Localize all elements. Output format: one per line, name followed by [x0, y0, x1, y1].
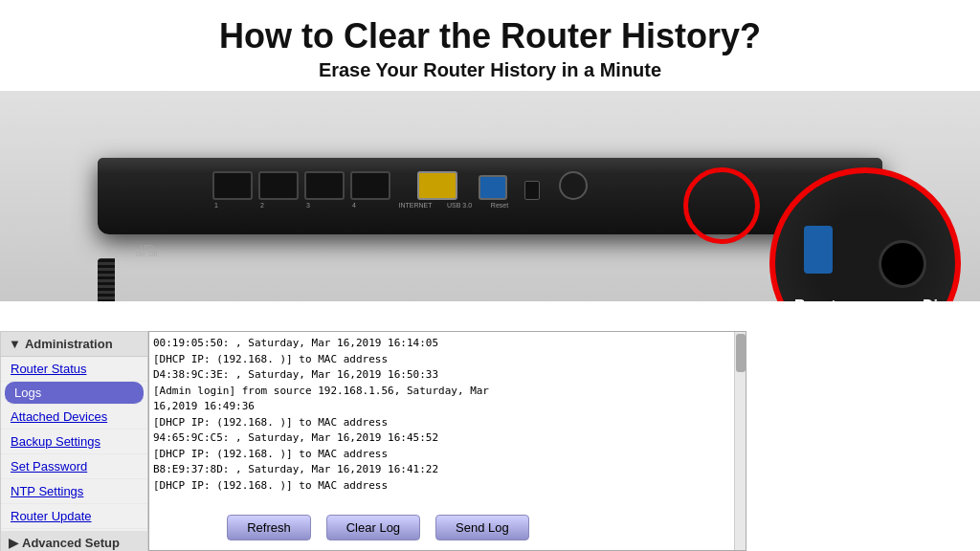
port-usb: [479, 175, 507, 200]
zoom-reset-label: Reset: [794, 298, 836, 301]
page-title: How to Clear the Router History?: [0, 17, 980, 55]
log-entry: [DHCP IP: (192.168. )] to MAC address: [153, 415, 742, 431]
action-buttons: Refresh Clear Log Send Log: [148, 509, 608, 546]
arrow-right-icon: ▶: [9, 536, 18, 550]
zoom-reset-hole: [879, 240, 926, 288]
sidebar-section-title: Administration: [25, 337, 113, 351]
sidebar-advanced-section[interactable]: ▶ Advanced Setup: [1, 531, 147, 551]
page-header: How to Clear the Router History? Erase Y…: [0, 0, 980, 91]
vent-left: [98, 258, 115, 301]
port-label-3: 3: [285, 202, 331, 209]
clear-log-button[interactable]: Clear Log: [326, 515, 420, 540]
port-3: [304, 171, 345, 200]
port-internet: [417, 171, 457, 200]
router-image-section: LEDOn Off 1 2 3 4: [0, 91, 980, 301]
router-ports: [212, 171, 588, 200]
led-area: LEDOn Off: [136, 244, 157, 257]
reset-highlight-circle: [683, 167, 760, 244]
admin-sidebar: ▼ Administration Router Status Logs Atta…: [0, 331, 148, 551]
send-log-button[interactable]: Send Log: [435, 515, 529, 540]
port-label-4: 4: [331, 202, 377, 209]
router-body: LEDOn Off 1 2 3 4: [98, 158, 882, 234]
refresh-button[interactable]: Refresh: [227, 515, 311, 540]
port-2: [258, 171, 299, 200]
scrollbar-thumb[interactable]: [736, 334, 746, 372]
reset-label: Reset: [477, 202, 523, 209]
power-button[interactable]: [559, 171, 588, 200]
internet-label: INTERNET: [392, 202, 438, 209]
reset-port: [524, 181, 540, 200]
sidebar-item-backup-settings[interactable]: Backup Settings: [1, 430, 147, 454]
log-entry: 16,2019 16:49:36: [153, 399, 742, 415]
log-entry: D4:38:9C:3E: , Saturday, Mar 16,2019 16:…: [153, 367, 742, 384]
port-label-1: 1: [193, 202, 239, 209]
zoom-di-label: Di: [923, 298, 938, 301]
log-entry: 00:19:05:50: , Saturday, Mar 16,2019 16:…: [153, 336, 742, 352]
advanced-label: Advanced Setup: [22, 536, 120, 550]
log-entries: 00:19:05:50: , Saturday, Mar 16,2019 16:…: [153, 336, 742, 494]
zoom-blue-port: [804, 226, 833, 274]
port-label-2: 2: [239, 202, 285, 209]
sidebar-header: ▼ Administration: [1, 332, 147, 357]
arrow-icon: ▼: [9, 337, 21, 351]
sidebar-item-set-password[interactable]: Set Password: [1, 454, 147, 479]
reset-zoom-circle: Reset Di: [769, 167, 961, 301]
page-subtitle: Erase Your Router History in a Minute: [0, 59, 980, 81]
port-4: [350, 171, 390, 200]
sidebar-item-ntp-settings[interactable]: NTP Settings: [1, 479, 147, 504]
log-entry: 94:65:9C:C5: , Saturday, Mar 16,2019 16:…: [153, 430, 742, 447]
log-scrollbar[interactable]: [734, 332, 746, 550]
sidebar-item-logs[interactable]: Logs: [5, 382, 144, 405]
port-labels: 1 2 3 4 INTERNET USB 3.0 Reset: [193, 202, 523, 209]
log-entry: [Admin login] from source 192.168.1.56, …: [153, 384, 742, 400]
log-entry: [DHCP IP: (192.168. )] to MAC address: [153, 447, 742, 463]
sidebar-item-attached-devices[interactable]: Attached Devices: [1, 405, 147, 430]
zoom-inner: Reset Di: [775, 173, 955, 301]
sidebar-item-router-status[interactable]: Router Status: [1, 357, 147, 382]
log-entry: [DHCP IP: (192.168. )] to MAC address: [153, 352, 742, 368]
port-1: [212, 171, 253, 200]
sidebar-item-router-update[interactable]: Router Update: [1, 504, 147, 529]
led-label: LEDOn Off: [136, 244, 157, 257]
log-entry: [DHCP IP: (192.168. )] to MAC address: [153, 478, 742, 495]
log-entry: B8:E9:37:8D: , Saturday, Mar 16,2019 16:…: [153, 462, 742, 478]
usb-label: USB 3.0: [442, 202, 477, 209]
